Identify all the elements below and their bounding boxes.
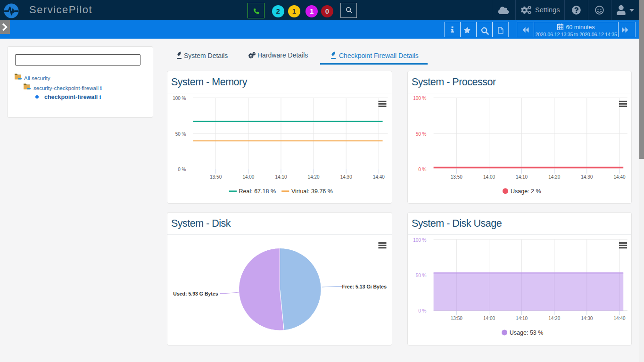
svg-text:Usage: 53 %: Usage: 53 % xyxy=(510,329,544,336)
svg-text:14:40: 14:40 xyxy=(373,174,385,180)
svg-text:14:10: 14:10 xyxy=(275,174,287,180)
svg-text:50 %: 50 % xyxy=(416,132,427,137)
svg-text:0 %: 0 % xyxy=(418,308,426,313)
svg-text:0 %: 0 % xyxy=(178,167,186,172)
svg-text:Real: 67.18 %: Real: 67.18 % xyxy=(239,188,276,195)
svg-text:14:30: 14:30 xyxy=(581,316,593,321)
svg-text:14:20: 14:20 xyxy=(548,174,560,180)
svg-text:14:40: 14:40 xyxy=(613,316,625,321)
svg-text:13:50: 13:50 xyxy=(451,174,462,180)
svg-text:50 %: 50 % xyxy=(175,132,186,137)
svg-text:14:00: 14:00 xyxy=(483,316,495,321)
svg-text:13:50: 13:50 xyxy=(451,316,462,321)
svg-text:14:30: 14:30 xyxy=(581,174,593,180)
svg-text:14:20: 14:20 xyxy=(308,174,320,180)
svg-text:Usage: 2 %: Usage: 2 % xyxy=(511,188,541,195)
svg-text:14:40: 14:40 xyxy=(613,174,625,180)
svg-text:14:00: 14:00 xyxy=(242,174,254,180)
svg-text:Virtual: 39.76 %: Virtual: 39.76 % xyxy=(291,188,333,195)
svg-text:Free: 5.13 Gi Bytes: Free: 5.13 Gi Bytes xyxy=(342,284,387,289)
svg-text:100 %: 100 % xyxy=(413,96,426,101)
svg-text:14:20: 14:20 xyxy=(548,316,560,321)
svg-text:14:30: 14:30 xyxy=(340,174,352,180)
svg-text:14:10: 14:10 xyxy=(516,174,528,180)
svg-text:13:50: 13:50 xyxy=(210,174,222,180)
svg-text:100 %: 100 % xyxy=(413,238,426,243)
svg-text:14:10: 14:10 xyxy=(516,316,528,321)
svg-text:Used: 5.93 G Bytes: Used: 5.93 G Bytes xyxy=(173,291,218,296)
svg-text:100 %: 100 % xyxy=(173,96,186,101)
svg-text:50 %: 50 % xyxy=(416,273,427,278)
svg-text:14:00: 14:00 xyxy=(483,174,495,180)
svg-text:0 %: 0 % xyxy=(418,167,426,172)
